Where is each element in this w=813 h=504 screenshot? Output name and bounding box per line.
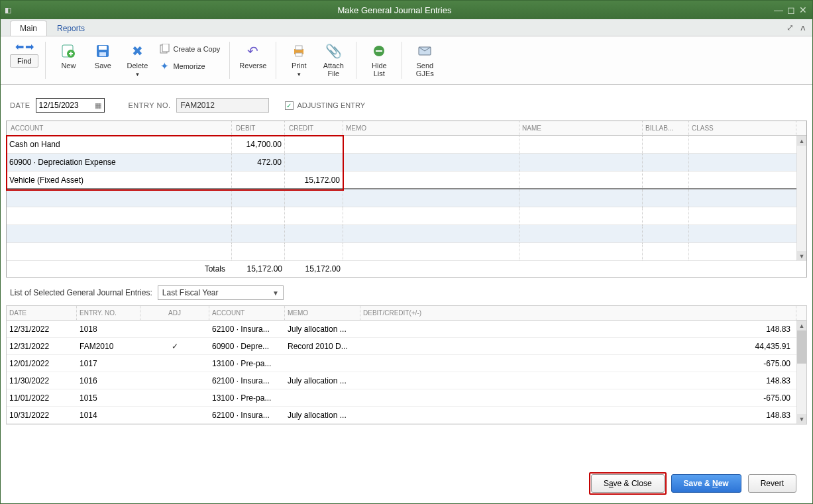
next-arrow-icon[interactable]: ➡ bbox=[25, 40, 34, 53]
list-row[interactable]: 12/31/2022FAM2010✓60900 · Depre...Record… bbox=[7, 338, 806, 355]
tabstrip: Main Reports ⤢ ʌ bbox=[1, 19, 812, 36]
adjusting-entry-label: ADJUSTING ENTRY bbox=[298, 101, 365, 109]
attach-icon: 📎 bbox=[324, 42, 343, 60]
col-memo[interactable]: MEMO bbox=[343, 121, 519, 135]
hide-list-icon bbox=[370, 42, 388, 60]
col-credit[interactable]: CREDIT bbox=[285, 121, 343, 135]
lcol-adj[interactable]: ADJ bbox=[140, 306, 209, 320]
entry-no-input[interactable]: FAM2012 bbox=[176, 98, 269, 113]
col-class[interactable]: CLASS bbox=[689, 121, 796, 135]
scroll-up-icon[interactable]: ▲ bbox=[797, 321, 806, 330]
entry-no-label: ENTRY NO. bbox=[129, 101, 171, 109]
copy-icon bbox=[158, 43, 170, 55]
delete-icon: ✖ bbox=[128, 42, 146, 60]
grid-row-empty[interactable] bbox=[7, 243, 806, 261]
reverse-button[interactable]: ↶ Reverse bbox=[237, 40, 269, 71]
maximize-icon[interactable]: ◻ bbox=[787, 5, 795, 15]
list-row[interactable]: 11/01/2022101513100 · Pre-pa...-675.00 bbox=[7, 389, 806, 407]
list-row[interactable]: 12/31/2022101862100 · Insura...July allo… bbox=[7, 321, 806, 338]
create-copy-button[interactable]: Create a Copy bbox=[156, 42, 223, 56]
grid-scrollbar[interactable]: ▲ ▼ bbox=[796, 136, 806, 261]
list-row[interactable]: 10/31/2022101462100 · Insura...July allo… bbox=[7, 407, 806, 424]
date-input[interactable]: 12/15/2023 ▦ bbox=[36, 98, 105, 113]
lcol-account[interactable]: ACCOUNT bbox=[209, 306, 285, 320]
reverse-icon: ↶ bbox=[244, 42, 262, 60]
find-button[interactable]: Find bbox=[10, 54, 38, 68]
lcol-memo[interactable]: MEMO bbox=[285, 306, 360, 320]
expand-icon[interactable]: ⤢ bbox=[786, 23, 794, 32]
save-button[interactable]: Save bbox=[87, 40, 119, 71]
collapse-icon[interactable]: ʌ bbox=[800, 23, 806, 32]
save-close-button[interactable]: Save & Close bbox=[591, 474, 665, 493]
svg-rect-11 bbox=[376, 50, 382, 52]
chevron-down-icon: ▼ bbox=[272, 289, 279, 297]
scroll-down-icon[interactable]: ▼ bbox=[797, 414, 806, 424]
journal-grid: ACCOUNT DEBIT CREDIT MEMO NAME BILLAB...… bbox=[6, 121, 807, 277]
save-icon bbox=[93, 42, 112, 60]
col-account[interactable]: ACCOUNT bbox=[7, 121, 232, 135]
adjusting-entry-checkbox[interactable]: ✓ bbox=[285, 101, 294, 110]
minimize-icon[interactable]: — bbox=[774, 5, 783, 15]
print-icon bbox=[290, 42, 308, 60]
lcol-entry-no[interactable]: ENTRY. NO. bbox=[77, 306, 140, 320]
date-label: DATE bbox=[10, 101, 30, 109]
memorize-icon: ✦ bbox=[158, 60, 170, 72]
grid-row[interactable]: 60900 · Depreciation Expense 472.00 bbox=[7, 154, 806, 172]
save-new-button[interactable]: Save & New bbox=[671, 474, 741, 493]
svg-rect-8 bbox=[296, 46, 302, 50]
svg-rect-6 bbox=[162, 44, 169, 52]
list-filter-dropdown[interactable]: Last Fiscal Year ▼ bbox=[158, 285, 284, 300]
tab-main[interactable]: Main bbox=[10, 21, 47, 36]
grid-row[interactable]: Cash on Hand 14,700.00 bbox=[7, 136, 806, 154]
list-row[interactable]: 11/30/2022101662100 · Insura...July allo… bbox=[7, 372, 806, 389]
lcol-date[interactable]: DATE bbox=[7, 306, 77, 320]
col-name[interactable]: NAME bbox=[519, 121, 643, 135]
window-title: Make General Journal Entries bbox=[15, 5, 774, 15]
send-icon bbox=[415, 42, 434, 60]
svg-rect-4 bbox=[99, 52, 106, 56]
grid-row-empty[interactable] bbox=[7, 207, 806, 225]
total-credit: 15,172.00 bbox=[285, 261, 343, 277]
col-billable[interactable]: BILLAB... bbox=[643, 121, 689, 135]
memorize-button[interactable]: ✦ Memorize bbox=[156, 59, 223, 74]
total-debit: 15,172.00 bbox=[232, 261, 285, 277]
print-button[interactable]: Print▼ bbox=[283, 40, 315, 80]
tab-reports[interactable]: Reports bbox=[47, 21, 95, 36]
new-button[interactable]: New bbox=[52, 40, 84, 71]
calendar-icon[interactable]: ▦ bbox=[95, 101, 101, 110]
lcol-debit-credit[interactable]: DEBIT/CREDIT(+/-) bbox=[360, 306, 796, 320]
window-menu-icon[interactable]: ◧ bbox=[1, 6, 15, 15]
scroll-up-icon[interactable]: ▲ bbox=[797, 136, 806, 146]
close-icon[interactable]: ✕ bbox=[799, 5, 807, 15]
send-gjes-button[interactable]: Send GJEs bbox=[409, 40, 441, 79]
list-row[interactable]: 12/01/2022101713100 · Pre-pa...-675.00 bbox=[7, 355, 806, 372]
hide-list-button[interactable]: Hide List bbox=[363, 40, 395, 79]
col-debit[interactable]: DEBIT bbox=[232, 121, 285, 135]
scroll-down-icon[interactable]: ▼ bbox=[797, 251, 806, 261]
grid-row-empty[interactable] bbox=[7, 189, 806, 207]
list-scrollbar[interactable]: ▲ ▼ bbox=[796, 321, 806, 424]
grid-row[interactable]: Vehicle (Fixed Asset) 15,172.00 bbox=[7, 172, 806, 189]
attach-file-button[interactable]: 📎 Attach File bbox=[317, 40, 349, 79]
grid-row-empty[interactable] bbox=[7, 225, 806, 243]
new-icon bbox=[59, 42, 78, 60]
totals-label: Totals bbox=[7, 261, 232, 277]
delete-button[interactable]: ✖ Delete▼ bbox=[121, 40, 153, 80]
toolbar: ⬅ ➡ Find New Save ✖ Delete▼ Create bbox=[1, 36, 812, 85]
entries-list: DATE ENTRY. NO. ADJ ACCOUNT MEMO DEBIT/C… bbox=[6, 305, 807, 425]
scroll-thumb[interactable] bbox=[797, 330, 806, 364]
svg-rect-3 bbox=[99, 46, 107, 50]
prev-arrow-icon[interactable]: ⬅ bbox=[15, 40, 24, 53]
revert-button[interactable]: Revert bbox=[748, 474, 796, 493]
svg-rect-9 bbox=[296, 53, 302, 56]
list-label: List of Selected General Journal Entries… bbox=[10, 288, 152, 297]
titlebar: ◧ Make General Journal Entries — ◻ ✕ bbox=[1, 1, 812, 19]
